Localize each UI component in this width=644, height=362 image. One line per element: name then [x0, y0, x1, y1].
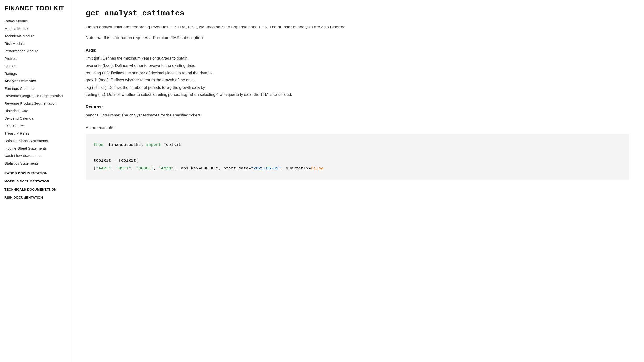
sidebar-item-ratios-module[interactable]: Ratios Module [4, 18, 71, 25]
sidebar-item-quotes[interactable]: Quotes [4, 62, 71, 70]
sidebar-item-revenue-geographic[interactable]: Revenue Geographic Segmentation [4, 92, 71, 100]
arg-limit-desc: Defines the maximum years or quarters to… [102, 56, 188, 60]
arg-limit-name: limit (int): [86, 56, 102, 60]
function-title: get_analyst_estimates [86, 9, 629, 18]
code-comma2: , [131, 166, 136, 171]
sidebar-item-income-sheet[interactable]: Income Sheet Statements [4, 145, 71, 152]
arg-growth-name: growth (bool): [86, 78, 110, 82]
code-googl: "GOOGL" [136, 166, 153, 171]
example-label: As an example: [86, 125, 629, 130]
section-header-ratios[interactable]: RATIOS DOCUMENTATION [4, 171, 71, 175]
code-toolkit-name: Toolkit [161, 142, 181, 147]
app-title: FINANCE TOOLKIT [4, 5, 71, 12]
code-financetoolkit: financetoolkit [106, 142, 146, 147]
returns-value: pandas.DataFrame: The analyst estimates … [86, 112, 629, 118]
arg-limit: limit (int): Defines the maximum years o… [86, 55, 629, 62]
nav-items-list: Ratios Module Models Module Technicals M… [4, 18, 71, 167]
args-label: Args: [86, 48, 629, 53]
code-bracket-open: [ [94, 166, 96, 171]
arg-lag: lag (int | str): Defines the number of p… [86, 84, 629, 91]
sidebar-item-statistics-statements[interactable]: Statistics Statements [4, 160, 71, 167]
sidebar-item-ratings[interactable]: Ratings [4, 70, 71, 78]
kw-from: from [94, 142, 104, 147]
function-note: Note that this information requires a Pr… [86, 34, 629, 41]
sidebar-item-historical-data[interactable]: Historical Data [4, 107, 71, 115]
sidebar-item-revenue-product[interactable]: Revenue Product Segmentation [4, 100, 71, 107]
sidebar-item-balance-sheet[interactable]: Balance Sheet Statements [4, 137, 71, 145]
sidebar-item-cash-flow[interactable]: Cash Flow Statements [4, 152, 71, 160]
code-comma4: , quarterly= [281, 166, 311, 171]
section-header-risk[interactable]: RISK DOCUMENTATION [4, 196, 71, 199]
main-content: get_analyst_estimates Obtain analyst est… [71, 0, 644, 362]
code-block: from financetoolkit import Toolkit toolk… [86, 134, 629, 179]
arg-lag-desc: Defines the number of periods to lag the… [108, 85, 206, 90]
code-bracket-close: ], api_key=FMP_KEY, start_date= [174, 166, 251, 171]
arg-rounding-desc: Defines the number of decimal places to … [111, 71, 212, 75]
section-header-technicals[interactable]: TECHNICALS DOCUMENTATION [4, 188, 71, 191]
arg-rounding-name: rounding (int): [86, 71, 110, 75]
arg-overwrite-name: overwrite (bool): [86, 64, 114, 68]
returns-section: Returns: pandas.DataFrame: The analyst e… [86, 105, 629, 118]
code-line-2: toolkit = Toolkit( [94, 157, 622, 164]
sidebar: FINANCE TOOLKIT Ratios Module Models Mod… [0, 0, 71, 362]
sidebar-item-technicals-module[interactable]: Technicals Module [4, 32, 71, 40]
arg-rounding: rounding (int): Defines the number of de… [86, 70, 629, 76]
arg-trailing: trailing (int): Defines whether to selec… [86, 91, 629, 98]
section-header-models[interactable]: MODELS DOCUMENTATION [4, 179, 71, 183]
arg-lag-name: lag (int | str): [86, 85, 108, 90]
code-toolkit-assign: toolkit = Toolkit( [94, 158, 138, 163]
code-date: "2021-05-01" [251, 166, 281, 171]
sidebar-item-risk-module[interactable]: Risk Module [4, 40, 71, 48]
kw-import: import [146, 142, 161, 147]
sidebar-item-analyst-estimates[interactable]: Analyst Estimates [4, 77, 71, 85]
sidebar-item-esg-scores[interactable]: ESG Scores [4, 122, 71, 130]
code-amzn: "AMZN" [158, 166, 173, 171]
sidebar-item-models-module[interactable]: Models Module [4, 25, 71, 33]
arg-overwrite-desc: Defines whether to overwrite the existin… [115, 64, 195, 68]
sidebar-item-earnings-calendar[interactable]: Earnings Calendar [4, 85, 71, 92]
code-false: False [311, 166, 324, 171]
sidebar-item-treasury-rates[interactable]: Treasury Rates [4, 130, 71, 137]
code-msft: "MSFT" [116, 166, 131, 171]
arg-trailing-desc: Defines whether to select a trailing per… [107, 92, 292, 97]
code-line-blank [94, 149, 622, 157]
function-description: Obtain analyst estimates regarding reven… [86, 24, 629, 30]
sidebar-item-dividend-calendar[interactable]: Dividend Calendar [4, 115, 71, 122]
args-section: Args: limit (int): Defines the maximum y… [86, 48, 629, 98]
sidebar-item-profiles[interactable]: Profiles [4, 55, 71, 63]
arg-growth: growth (bool): Defines whether to return… [86, 77, 629, 83]
code-comma3: , [154, 166, 158, 171]
arg-trailing-name: trailing (int): [86, 92, 106, 97]
code-aapl: "AAPL" [96, 166, 111, 171]
returns-label: Returns: [86, 105, 629, 110]
code-comma1: , [111, 166, 116, 171]
arg-overwrite: overwrite (bool): Defines whether to ove… [86, 63, 629, 69]
code-line-1: from financetoolkit import Toolkit [94, 141, 622, 149]
sidebar-item-performance-module[interactable]: Performance Module [4, 47, 71, 55]
code-line-3: ["AAPL", "MSFT", "GOOGL", "AMZN"], api_k… [94, 164, 622, 172]
arg-growth-desc: Defines whether to return the growth of … [111, 78, 195, 82]
